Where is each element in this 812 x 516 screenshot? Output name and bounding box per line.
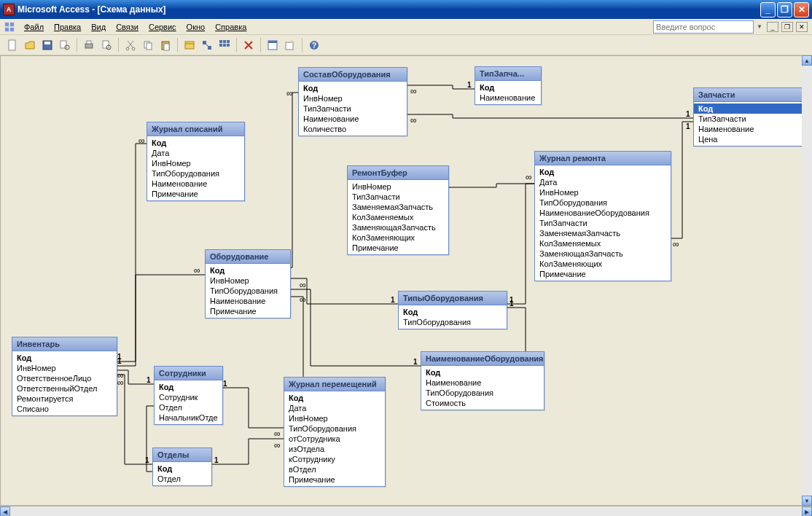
field-item[interactable]: Стоимость [421,398,544,408]
field-item[interactable]: отСотрудника [284,434,385,444]
scroll-track[interactable] [10,507,802,516]
table-zhurnal-remonta[interactable]: Журнал ремонта КодДатаИнвНомерТипОборудо… [534,151,671,281]
field-item[interactable]: ИнвНомер [12,363,117,373]
field-item[interactable]: Наименование [299,114,407,124]
field-item[interactable]: КолЗаменяемых [348,212,448,222]
close-button[interactable]: ✕ [794,2,809,17]
maximize-button[interactable]: ❐ [777,2,792,17]
field-item[interactable]: Количество [299,124,407,134]
scroll-left-icon[interactable]: ◀ [0,507,10,516]
field-item[interactable]: Код [399,307,507,317]
mdi-close-button[interactable]: ✕ [796,22,808,32]
field-item[interactable]: Дата [147,148,244,158]
field-item[interactable]: ТипОборудования [284,423,385,434]
table-tip-zapchasti[interactable]: ТипЗапча... КодНаименование [475,66,542,105]
field-item[interactable]: ТипЗапчасти [535,218,671,228]
menu-window[interactable]: Окно [181,21,211,33]
field-item[interactable]: ИнвНомер [535,187,671,198]
field-item[interactable]: Код [155,382,222,392]
field-item[interactable]: ЗаменяющаяЗапчасть [348,222,448,232]
field-item[interactable]: Код [147,138,244,148]
table-tipy-oborudovaniya[interactable]: ТипыОборудования КодТипОборудования [398,291,507,329]
mdi-minimize-button[interactable]: _ [767,22,778,32]
field-item[interactable]: Примечание [284,474,385,485]
field-item[interactable]: Наименование [147,179,244,189]
field-item[interactable]: ОтветственноеЛицо [12,373,117,383]
table-otdely[interactable]: Отделы КодОтдел [152,447,212,486]
show-direct-button[interactable] [199,37,215,53]
new-button[interactable] [4,37,20,53]
vertical-scrollbar[interactable]: ▲ ▼ [802,55,812,506]
help-button[interactable]: ? [306,37,322,53]
new-object-button[interactable] [282,37,298,53]
horizontal-scrollbar[interactable]: ◀ ▶ [0,506,812,516]
field-item[interactable]: КолЗаменяемых [535,238,671,249]
menu-help[interactable]: Справка [210,21,251,33]
menu-edit[interactable]: Правка [49,21,86,33]
field-item[interactable]: Код [694,103,809,114]
field-item[interactable]: изОтдела [284,444,385,454]
field-item[interactable]: Дата [284,403,385,413]
table-naimenovanie-oborudovaniya[interactable]: НаименованиеОборудования КодНаименование… [421,351,544,410]
field-item[interactable]: Ремонтируется [12,394,117,404]
field-item[interactable]: Примечание [206,306,290,316]
field-item[interactable]: ЗаменяющаяЗапчасть [535,249,671,259]
field-item[interactable]: Наименование [475,93,541,103]
show-table-button[interactable] [181,37,198,53]
field-item[interactable]: КолЗаменяющих [535,259,671,269]
field-item[interactable]: вОтдел [284,464,385,474]
scroll-track[interactable] [802,66,812,496]
paste-button[interactable] [157,37,173,53]
delete-button[interactable] [241,37,257,53]
field-item[interactable]: ТипОборудования [399,317,507,327]
open-button[interactable] [22,37,38,53]
field-item[interactable]: Код [535,167,671,177]
field-item[interactable]: Код [12,353,117,363]
menu-view[interactable]: Вид [86,21,111,33]
field-item[interactable]: Примечание [147,189,244,199]
table-zhurnal-peremeshcheniy[interactable]: Журнал перемещений КодДатаИнвНомерТипОбо… [284,377,386,487]
field-item[interactable]: Наименование [694,124,809,134]
field-item[interactable]: ТипЗапчасти [348,192,448,202]
field-item[interactable]: НачальникОтде [155,413,222,423]
scroll-down-icon[interactable]: ▼ [802,496,812,506]
db-window-button[interactable] [265,37,281,53]
copy-button[interactable] [140,37,156,53]
field-item[interactable]: Отдел [155,402,222,413]
field-item[interactable]: Код [206,265,290,275]
ask-question-input[interactable] [653,20,754,34]
field-item[interactable]: кСотруднику [284,454,385,464]
field-item[interactable]: ТипЗапчасти [694,114,809,124]
field-item[interactable]: ИнвНомер [206,275,290,286]
field-item[interactable]: НаименованиеОборудования [535,208,671,218]
field-item[interactable]: Код [153,464,211,474]
menu-relations[interactable]: Связи [111,21,144,33]
menu-file[interactable]: Файл [19,21,49,33]
save-button[interactable] [39,37,55,53]
field-item[interactable]: Примечание [535,269,671,279]
table-remont-bufer[interactable]: РемонтБуфер ИнвНомерТипЗапчастиЗаменяема… [347,165,449,255]
table-zhurnal-spisaniy[interactable]: Журнал списаний КодДатаИнвНомерТипОборуд… [147,122,245,201]
ask-dropdown-icon[interactable]: ▼ [755,23,764,30]
table-zapchasti[interactable]: Запчасти КодТипЗапчастиНаименованиеЦена [693,87,810,146]
field-item[interactable]: Цена [694,134,809,144]
field-item[interactable]: Наименование [421,378,544,388]
field-item[interactable]: Дата [535,177,671,187]
field-item[interactable]: ИнвНомер [284,413,385,423]
field-item[interactable]: ТипОборудования [421,388,544,398]
field-item[interactable]: Наименование [206,296,290,306]
print-preview-button[interactable] [98,37,114,53]
table-oborudovanie[interactable]: Оборудование КодИнвНомерТипОборудованияН… [205,249,291,318]
field-item[interactable]: Отдел [153,474,211,484]
field-item[interactable]: ОтветственныйОтдел [12,383,117,394]
field-item[interactable]: Код [475,82,541,93]
table-sostav-oborudovaniya[interactable]: СоставОборудования КодИнвНомерТипЗапчаст… [298,67,407,136]
field-item[interactable]: ТипОборудования [147,168,244,179]
menu-service[interactable]: Сервис [144,21,181,33]
field-item[interactable]: Списано [12,404,117,414]
field-item[interactable]: ИнвНомер [299,93,407,103]
field-item[interactable]: Примечание [348,243,448,253]
field-item[interactable]: ИнвНомер [147,158,244,168]
field-item[interactable]: КолЗаменяющих [348,232,448,243]
field-item[interactable]: Код [421,367,544,378]
